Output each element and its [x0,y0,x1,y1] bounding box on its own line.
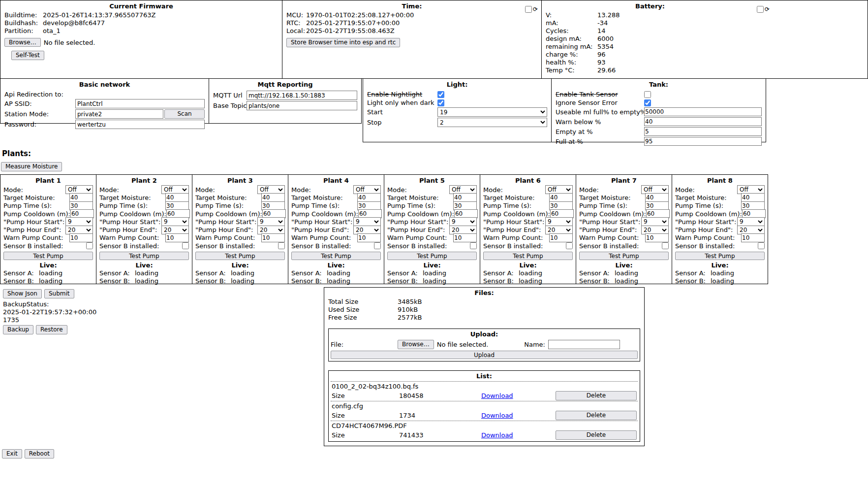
plant-mode-select[interactable]: Off [545,185,573,194]
sensor-b-installed-checkbox[interactable] [374,242,381,249]
target-moisture-input[interactable] [549,193,573,202]
reboot-button[interactable]: Reboot [25,449,54,459]
pump-time-input[interactable] [357,201,381,210]
useable-ml-input[interactable] [644,107,762,116]
pump-time-input[interactable] [69,201,93,210]
target-moisture-input[interactable] [357,193,381,202]
warn-pump-count-input[interactable] [261,233,285,242]
test-pump-button[interactable]: Test Pump [291,252,381,260]
show-json-button[interactable]: Show Json [3,289,42,298]
test-pump-button[interactable]: Test Pump [579,252,669,260]
plant-mode-select[interactable]: Off [449,185,477,194]
plant-mode-select[interactable]: Off [641,185,669,194]
pump-cooldown-input[interactable] [262,209,286,218]
warn-pump-count-input[interactable] [549,233,573,242]
warn-pump-count-input[interactable] [645,233,669,242]
upload-button[interactable]: Upload [331,351,638,359]
pump-hour-end-select[interactable]: 20 [545,226,573,234]
test-pump-button[interactable]: Test Pump [675,252,765,260]
pump-hour-end-select[interactable]: 20 [737,226,765,234]
station-mode-input[interactable] [75,109,163,119]
target-moisture-input[interactable] [741,193,765,202]
delete-button[interactable]: Delete [556,391,637,400]
warn-pump-count-input[interactable] [741,233,765,242]
plant-mode-select[interactable]: Off [353,185,381,194]
pump-time-input[interactable] [165,201,189,210]
pump-hour-end-select[interactable]: 20 [353,226,381,234]
test-pump-button[interactable]: Test Pump [195,252,285,260]
sensor-b-installed-checkbox[interactable] [758,242,765,249]
sensor-b-installed-checkbox[interactable] [566,242,573,249]
warn-pump-count-input[interactable] [69,233,93,242]
submit-button[interactable]: Submit [44,289,74,298]
target-moisture-input[interactable] [645,193,669,202]
refresh-icon[interactable]: ⟳ [533,6,538,12]
warn-pump-count-input[interactable] [453,233,477,242]
pump-hour-start-select[interactable]: 9 [65,217,93,226]
pump-hour-end-select[interactable]: 20 [65,226,93,234]
upload-browse-button[interactable]: Browse… [398,340,434,349]
sensor-b-installed-checkbox[interactable] [86,242,93,249]
refresh-icon[interactable]: ⟳ [765,6,770,12]
plant-mode-select[interactable]: Off [161,185,189,194]
pump-hour-start-select[interactable]: 9 [641,217,669,226]
plant-mode-select[interactable]: Off [257,185,285,194]
target-moisture-input[interactable] [69,193,93,202]
full-at-input[interactable] [644,137,762,146]
download-link[interactable]: Download [481,431,513,439]
pump-hour-start-select[interactable]: 9 [257,217,285,226]
pump-hour-start-select[interactable]: 9 [737,217,765,226]
firmware-browse-button[interactable]: Browse… [4,38,41,47]
pump-cooldown-input[interactable] [454,209,478,218]
pump-time-input[interactable] [741,201,765,210]
nightlight-checkbox[interactable] [437,91,444,98]
pump-cooldown-input[interactable] [550,209,574,218]
sensor-b-installed-checkbox[interactable] [662,242,669,249]
pump-hour-end-select[interactable]: 20 [257,226,285,234]
scan-button[interactable]: Scan [164,109,205,119]
selftest-button[interactable]: Self-Test [11,51,44,60]
delete-button[interactable]: Delete [556,411,637,420]
pump-hour-start-select[interactable]: 9 [353,217,381,226]
measure-moisture-button[interactable]: Measure Moisture [1,162,62,171]
test-pump-button[interactable]: Test Pump [99,252,189,260]
upload-name-input[interactable] [548,340,620,349]
test-pump-button[interactable]: Test Pump [387,252,477,260]
delete-button[interactable]: Delete [556,430,637,440]
base-topic-input[interactable] [247,101,357,110]
restore-button[interactable]: Restore [36,325,67,334]
pump-time-input[interactable] [261,201,285,210]
target-moisture-input[interactable] [453,193,477,202]
plant-mode-select[interactable]: Off [65,185,93,194]
warn-pump-count-input[interactable] [357,233,381,242]
pump-hour-end-select[interactable]: 20 [161,226,189,234]
warn-pump-count-input[interactable] [165,233,189,242]
pump-cooldown-input[interactable] [742,209,766,218]
time-autorefresh-checkbox[interactable] [525,6,532,13]
pump-cooldown-input[interactable] [70,209,94,218]
empty-at-input[interactable] [644,127,762,136]
pump-time-input[interactable] [549,201,573,210]
tank-enable-checkbox[interactable] [644,91,651,98]
target-moisture-input[interactable] [261,193,285,202]
light-stop-select[interactable]: 2 [437,118,547,127]
sensor-b-installed-checkbox[interactable] [470,242,477,249]
store-time-button[interactable]: Store Browser time into esp and rtc [286,38,400,47]
mqtt-url-input[interactable] [247,91,357,100]
exit-button[interactable]: Exit [2,449,22,459]
pump-hour-start-select[interactable]: 9 [161,217,189,226]
pump-cooldown-input[interactable] [646,209,670,218]
pump-hour-start-select[interactable]: 9 [545,217,573,226]
pump-hour-end-select[interactable]: 20 [641,226,669,234]
sensor-b-installed-checkbox[interactable] [182,242,189,249]
plant-mode-select[interactable]: Off [737,185,765,194]
battery-autorefresh-checkbox[interactable] [757,6,764,13]
download-link[interactable]: Download [481,412,513,419]
warn-below-input[interactable] [644,117,762,126]
pump-cooldown-input[interactable] [358,209,382,218]
test-pump-button[interactable]: Test Pump [3,252,93,260]
backup-button[interactable]: Backup [3,325,33,334]
password-input[interactable] [75,120,205,129]
ap-ssid-input[interactable] [75,99,205,108]
pump-hour-end-select[interactable]: 20 [449,226,477,234]
